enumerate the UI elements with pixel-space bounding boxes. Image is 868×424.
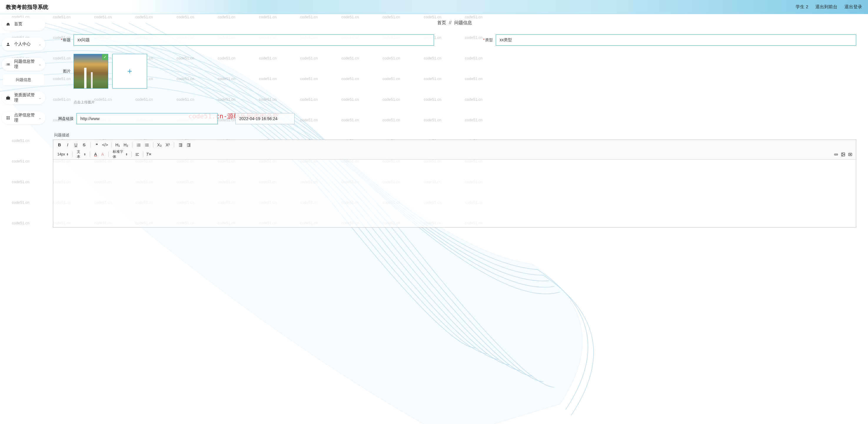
- sidebar-subitem-question-info[interactable]: 问题信息: [3, 74, 44, 85]
- person-icon: [6, 42, 11, 47]
- home-icon: [6, 22, 11, 27]
- sidebar: 首页 个人中心 ⌄ 问题信息管理 ⌄ 问题信息 资质面试管理 ⌄: [0, 14, 47, 424]
- bold-button[interactable]: B: [56, 141, 63, 149]
- rich-text-editor: B I U S ❝ </> H₁ H₂ X₂ X²: [53, 140, 856, 228]
- breadcrumb: 首页 // 问题信息: [53, 20, 856, 26]
- title-label: *标题: [53, 37, 71, 43]
- h1-button[interactable]: H₁: [114, 141, 122, 149]
- plus-icon: +: [127, 66, 132, 76]
- sidebar-label: 个人中心: [14, 41, 31, 47]
- indent-decrease-button[interactable]: [177, 141, 184, 149]
- briefcase-icon: [6, 96, 11, 100]
- h2-button[interactable]: H₂: [122, 141, 130, 149]
- logout-front-link[interactable]: 退出到前台: [815, 4, 837, 10]
- sidebar-label: 资质面试管理: [14, 92, 38, 103]
- chevron-down-icon: ⌄: [38, 43, 41, 46]
- clear-format-button[interactable]: T✕: [146, 150, 152, 158]
- unordered-list-button[interactable]: [143, 141, 151, 149]
- netdisk-label: 网盘链接: [53, 116, 73, 121]
- uploaded-thumbnail[interactable]: ✓: [73, 54, 108, 89]
- main-content: 首页 // 问题信息 *标题 *类型 图片: [47, 14, 868, 424]
- superscript-button[interactable]: X²: [164, 141, 172, 149]
- font-color-button[interactable]: A: [92, 150, 99, 158]
- breadcrumb-home[interactable]: 首页: [437, 20, 446, 25]
- bg-color-button[interactable]: A: [99, 150, 106, 158]
- font-size-select[interactable]: 14px▴▾: [56, 150, 70, 158]
- image-label: 图片: [53, 68, 71, 74]
- desc-label: 问题描述: [54, 133, 856, 138]
- sidebar-item-personal[interactable]: 个人中心 ⌄: [2, 38, 45, 51]
- sidebar-item-question-mgmt[interactable]: 问题信息管理 ⌄: [2, 58, 45, 71]
- sidebar-item-home[interactable]: 首页: [2, 18, 45, 31]
- chevron-down-icon: ⌄: [38, 62, 41, 66]
- sidebar-item-review[interactable]: 点评信息管理 ⌄: [2, 111, 45, 124]
- breadcrumb-current: 问题信息: [454, 20, 472, 25]
- ordered-list-button[interactable]: [135, 141, 143, 149]
- list-icon: [6, 62, 11, 66]
- code-button[interactable]: </>: [101, 141, 109, 149]
- image-button[interactable]: [840, 150, 846, 158]
- grid-icon: [6, 116, 11, 120]
- header: 教资考前指导系统 学生 2 退出到前台 退出登录: [0, 0, 868, 14]
- sidebar-item-qualification[interactable]: 资质面试管理 ⌄: [2, 91, 45, 104]
- text-format-select[interactable]: 文本▴▾: [75, 150, 87, 158]
- italic-button[interactable]: I: [64, 141, 71, 149]
- sidebar-label: 首页: [14, 22, 22, 27]
- editor-toolbar: B I U S ❝ </> H₁ H₂ X₂ X²: [53, 140, 856, 160]
- date-input[interactable]: [236, 113, 294, 124]
- video-button[interactable]: [847, 150, 854, 158]
- logout-link[interactable]: 退出登录: [844, 4, 862, 10]
- upload-add-button[interactable]: +: [113, 54, 147, 89]
- type-label: *类型: [475, 37, 493, 43]
- align-button[interactable]: [134, 150, 141, 158]
- subscript-button[interactable]: X₂: [156, 141, 163, 149]
- indent-increase-button[interactable]: [185, 141, 192, 149]
- font-family-select[interactable]: 标准字体▴▾: [111, 150, 129, 158]
- type-input[interactable]: [496, 34, 856, 46]
- svg-point-1: [842, 153, 843, 154]
- editor-body[interactable]: [53, 160, 856, 227]
- sidebar-label: 问题信息管理: [14, 59, 38, 69]
- title-input[interactable]: [73, 34, 434, 46]
- breadcrumb-sep: //: [449, 20, 452, 25]
- app-title: 教资考前指导系统: [6, 3, 48, 10]
- quote-button[interactable]: ❝: [93, 141, 101, 149]
- strike-button[interactable]: S: [80, 141, 88, 149]
- check-icon: ✓: [102, 54, 108, 60]
- header-user[interactable]: 学生 2: [796, 4, 808, 10]
- upload-hint: 点击上传图片: [73, 100, 856, 105]
- netdisk-input[interactable]: [76, 113, 218, 124]
- sidebar-label: 点评信息管理: [14, 112, 38, 123]
- link-button[interactable]: [833, 150, 839, 158]
- chevron-down-icon: ⌄: [38, 116, 41, 120]
- chevron-down-icon: ⌄: [38, 96, 41, 100]
- underline-button[interactable]: U: [72, 141, 80, 149]
